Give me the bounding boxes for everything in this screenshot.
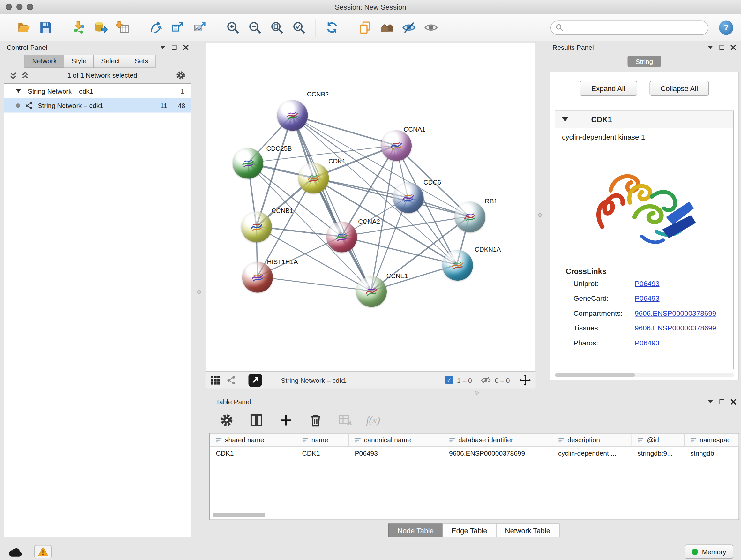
import-table-button[interactable] [114, 18, 131, 37]
help-button[interactable]: ? [719, 20, 733, 35]
gear-icon[interactable] [176, 70, 186, 80]
network-node-cdc25b[interactable] [232, 148, 263, 179]
network-node-cdk1[interactable] [298, 163, 329, 193]
cloud-icon[interactable] [8, 546, 23, 557]
network-node-ccnb2[interactable] [277, 100, 308, 131]
crosslink-value-link[interactable]: P06493 [635, 294, 660, 302]
collapse-all-icon[interactable] [10, 71, 17, 79]
minimize-window-button[interactable] [16, 4, 23, 10]
column-header-canonical-name[interactable]: canonical name [348, 434, 443, 447]
export-network-button[interactable] [169, 18, 186, 37]
expand-all-button[interactable]: Expand All [580, 81, 637, 96]
tab-network-table[interactable]: Network Table [496, 523, 559, 538]
zoom-selected-button[interactable] [290, 18, 307, 37]
right-splitter-handle[interactable] [538, 213, 542, 217]
network-node-cdkn1a[interactable] [442, 250, 473, 281]
float-panel-icon[interactable] [172, 45, 177, 50]
tab-sets[interactable]: Sets [127, 55, 156, 68]
zoom-out-button[interactable] [246, 18, 263, 37]
home-gallery-button[interactable] [378, 18, 395, 37]
protein-section-header[interactable]: CDK1 [555, 111, 733, 128]
tab-network[interactable]: Network [24, 55, 64, 68]
network-node-cdc6[interactable] [393, 183, 424, 213]
open-session-button[interactable] [15, 18, 32, 37]
hide-selected-button[interactable] [400, 18, 417, 37]
search-input[interactable] [566, 23, 708, 31]
table-cell[interactable]: stringdb [684, 446, 739, 459]
section-collapse-icon[interactable] [562, 118, 568, 122]
collapse-all-button[interactable]: Collapse All [650, 81, 709, 96]
table-cell[interactable]: CDK1 [296, 446, 348, 459]
network-node-hist1h1a[interactable] [242, 262, 273, 293]
delete-column-button[interactable] [307, 411, 324, 429]
show-columns-button[interactable] [248, 411, 265, 429]
tab-node-table[interactable]: Node Table [388, 523, 443, 538]
export-image-button[interactable] [191, 18, 208, 37]
column-header-database-identifier[interactable]: database identifier [443, 434, 552, 447]
network-edge[interactable] [292, 115, 396, 145]
table-row[interactable]: CDK1CDK1P064939606.ENSP00000378699cyclin… [210, 446, 739, 459]
tab-string[interactable]: String [627, 56, 661, 67]
left-splitter-handle[interactable] [197, 290, 201, 294]
network-edge[interactable] [292, 115, 371, 291]
network-collection-row[interactable]: String Network – cdk1 1 [4, 84, 191, 98]
warnings-button[interactable] [35, 545, 52, 558]
table-settings-button[interactable] [218, 411, 235, 429]
panel-menu-icon[interactable] [708, 400, 713, 404]
table-cell[interactable]: cyclin-dependent ... [552, 446, 631, 459]
function-builder-button[interactable]: f(x) [366, 414, 381, 426]
crosslink-value-link[interactable]: P06493 [635, 339, 660, 347]
crosslink-value-link[interactable]: P06493 [635, 279, 660, 288]
table-cell[interactable]: stringdb:9... [631, 446, 684, 459]
close-panel-icon[interactable] [731, 399, 736, 405]
import-network-database-button[interactable] [92, 18, 109, 37]
network-node-rb1[interactable] [455, 202, 485, 233]
new-network-button[interactable] [147, 18, 164, 37]
memory-button[interactable]: Memory [685, 545, 733, 559]
column-header-name[interactable]: name [296, 434, 348, 447]
tree-expander-icon[interactable] [16, 89, 21, 93]
network-edge[interactable] [258, 276, 371, 291]
network-overview-button[interactable] [226, 375, 236, 385]
bottom-splitter-handle[interactable] [475, 391, 479, 395]
close-panel-icon[interactable] [183, 45, 189, 51]
network-node-ccnb1[interactable] [241, 212, 272, 242]
copy-button[interactable] [356, 18, 374, 37]
birds-eye-view-button[interactable] [210, 375, 221, 385]
tab-select[interactable]: Select [93, 55, 127, 68]
expand-all-icon[interactable] [22, 71, 29, 79]
tab-style[interactable]: Style [64, 55, 94, 68]
column-header-namespac[interactable]: namespac [684, 434, 739, 447]
maximize-window-button[interactable] [27, 4, 33, 10]
close-window-button[interactable] [6, 4, 12, 10]
crosslink-value-link[interactable]: 9606.ENSP00000378699 [635, 324, 716, 332]
panel-menu-icon[interactable] [160, 46, 165, 50]
save-session-button[interactable] [37, 18, 54, 37]
import-network-file-button[interactable] [70, 18, 87, 37]
refresh-view-button[interactable] [323, 18, 340, 37]
float-panel-icon[interactable] [720, 45, 724, 50]
panel-menu-icon[interactable] [708, 46, 713, 50]
column-header--id[interactable]: @id [631, 434, 684, 447]
results-scrollbar[interactable] [555, 373, 734, 377]
table-cell[interactable]: CDK1 [210, 446, 296, 459]
tab-edge-table[interactable]: Edge Table [442, 523, 496, 538]
table-cell[interactable]: P06493 [348, 446, 443, 459]
selected-checkbox-icon[interactable] [445, 376, 454, 384]
table-horizontal-scrollbar[interactable] [212, 513, 265, 517]
crosslink-value-link[interactable]: 9606.ENSP00000378699 [635, 309, 716, 317]
network-edge[interactable] [313, 178, 469, 216]
float-panel-icon[interactable] [720, 399, 724, 404]
column-header-shared-name[interactable]: shared name [210, 434, 296, 447]
delete-table-button[interactable] [337, 411, 354, 429]
table-cell[interactable]: 9606.ENSP00000378699 [443, 446, 552, 459]
pan-move-icon[interactable] [520, 374, 531, 386]
detach-view-button[interactable] [249, 373, 262, 387]
show-all-button[interactable] [422, 18, 440, 37]
zoom-fit-button[interactable] [268, 18, 285, 37]
network-node-ccne1[interactable] [356, 276, 387, 307]
column-header-description[interactable]: description [552, 434, 631, 447]
network-node-ccna1[interactable] [381, 130, 412, 161]
zoom-in-button[interactable] [224, 18, 241, 37]
network-node-ccna2[interactable] [327, 222, 357, 253]
